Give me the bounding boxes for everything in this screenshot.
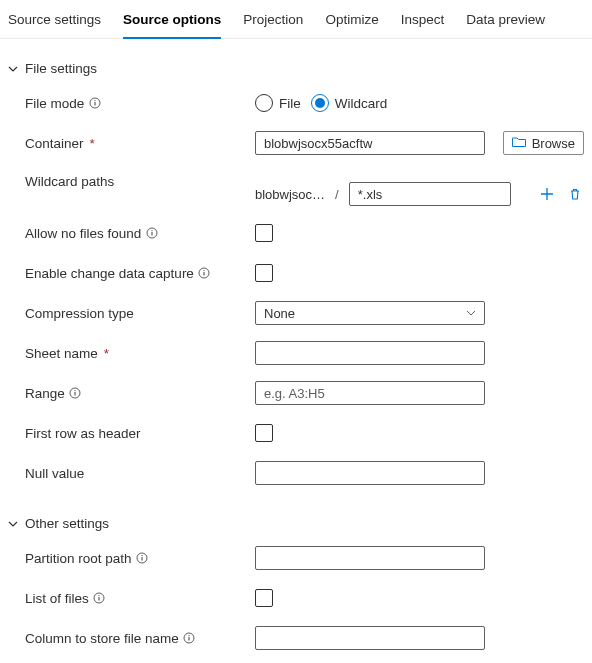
tab-source-settings[interactable]: Source settings bbox=[8, 8, 101, 39]
label-first-row-header: First row as header bbox=[25, 426, 141, 441]
wildcard-prefix: blobwjsoc… bbox=[255, 187, 325, 202]
info-icon[interactable] bbox=[136, 552, 149, 565]
tabs: Source settings Source options Projectio… bbox=[0, 0, 592, 39]
info-icon[interactable] bbox=[69, 387, 82, 400]
svg-rect-20 bbox=[189, 637, 190, 641]
info-icon[interactable] bbox=[145, 227, 158, 240]
svg-rect-11 bbox=[75, 392, 76, 396]
compression-select[interactable]: None bbox=[255, 301, 485, 325]
required-indicator: * bbox=[90, 136, 95, 151]
folder-icon bbox=[512, 136, 526, 151]
enable-cdc-checkbox[interactable] bbox=[255, 264, 273, 282]
label-enable-cdc: Enable change data capture bbox=[25, 266, 194, 281]
svg-rect-8 bbox=[204, 272, 205, 276]
label-null-value: Null value bbox=[25, 466, 84, 481]
svg-rect-17 bbox=[99, 597, 100, 601]
chevron-down-icon bbox=[466, 308, 476, 318]
svg-rect-14 bbox=[141, 557, 142, 561]
wildcard-input[interactable] bbox=[349, 182, 511, 206]
radio-label: Wildcard bbox=[335, 96, 388, 111]
radio-file-mode-file[interactable]: File bbox=[255, 94, 301, 112]
path-separator: / bbox=[335, 187, 339, 202]
svg-point-1 bbox=[94, 100, 95, 101]
svg-point-4 bbox=[151, 230, 152, 231]
label-file-mode: File mode bbox=[25, 96, 84, 111]
section-title: Other settings bbox=[25, 516, 109, 531]
section-file-settings[interactable]: File settings bbox=[7, 61, 584, 76]
column-filename-input[interactable] bbox=[255, 626, 485, 650]
required-indicator: * bbox=[104, 346, 109, 361]
tab-source-options[interactable]: Source options bbox=[123, 8, 221, 39]
chevron-down-icon bbox=[7, 63, 19, 75]
first-row-header-checkbox[interactable] bbox=[255, 424, 273, 442]
sheet-name-input[interactable] bbox=[255, 341, 485, 365]
label-range: Range bbox=[25, 386, 65, 401]
section-other-settings[interactable]: Other settings bbox=[7, 516, 584, 531]
tab-projection[interactable]: Projection bbox=[243, 8, 303, 39]
svg-rect-2 bbox=[94, 102, 95, 106]
tab-optimize[interactable]: Optimize bbox=[325, 8, 378, 39]
svg-point-10 bbox=[75, 390, 76, 391]
tab-inspect[interactable]: Inspect bbox=[401, 8, 445, 39]
label-container: Container bbox=[25, 136, 84, 151]
label-allow-no-files: Allow no files found bbox=[25, 226, 141, 241]
label-partition-root: Partition root path bbox=[25, 551, 132, 566]
select-value: None bbox=[264, 306, 295, 321]
label-list-of-files: List of files bbox=[25, 591, 89, 606]
info-icon[interactable] bbox=[88, 97, 101, 110]
svg-rect-5 bbox=[151, 232, 152, 236]
content: File settings File mode File Wildcard Co… bbox=[0, 39, 592, 663]
svg-point-19 bbox=[189, 635, 190, 636]
info-icon[interactable] bbox=[93, 592, 106, 605]
svg-point-7 bbox=[204, 270, 205, 271]
section-title: File settings bbox=[25, 61, 97, 76]
null-value-input[interactable] bbox=[255, 461, 485, 485]
label-compression: Compression type bbox=[25, 306, 134, 321]
container-input[interactable] bbox=[255, 131, 485, 155]
label-wildcard-paths: Wildcard paths bbox=[25, 174, 114, 189]
svg-point-13 bbox=[141, 555, 142, 556]
range-input[interactable] bbox=[255, 381, 485, 405]
browse-label: Browse bbox=[532, 136, 575, 151]
label-column-filename: Column to store file name bbox=[25, 631, 179, 646]
chevron-down-icon bbox=[7, 518, 19, 530]
info-icon[interactable] bbox=[183, 632, 196, 645]
label-sheet-name: Sheet name bbox=[25, 346, 98, 361]
browse-button[interactable]: Browse bbox=[503, 131, 584, 155]
allow-no-files-checkbox[interactable] bbox=[255, 224, 273, 242]
add-path-button[interactable] bbox=[538, 185, 556, 203]
list-of-files-checkbox[interactable] bbox=[255, 589, 273, 607]
partition-root-input[interactable] bbox=[255, 546, 485, 570]
delete-path-button[interactable] bbox=[566, 185, 584, 203]
tab-data-preview[interactable]: Data preview bbox=[466, 8, 545, 39]
radio-file-mode-wildcard[interactable]: Wildcard bbox=[311, 94, 388, 112]
info-icon[interactable] bbox=[198, 267, 211, 280]
radio-label: File bbox=[279, 96, 301, 111]
svg-point-16 bbox=[99, 595, 100, 596]
